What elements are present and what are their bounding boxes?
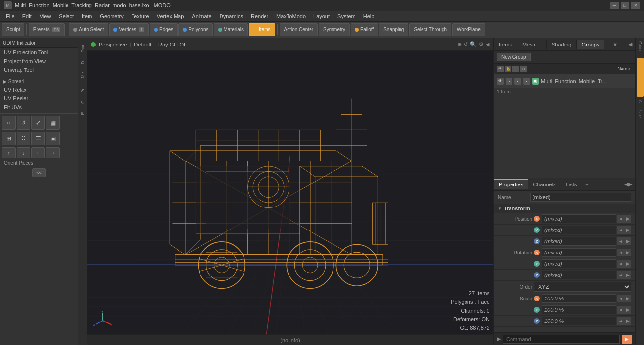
pos-x-next-btn[interactable]: ▶	[624, 215, 631, 223]
grid-icon[interactable]: ⊞	[2, 132, 16, 145]
rot-y-next-btn[interactable]: ▶	[624, 260, 631, 268]
rot-z-next-btn[interactable]: ▶	[624, 271, 631, 279]
side-strip-me[interactable]: Me...	[80, 67, 86, 80]
rot-z-prev-btn[interactable]: ◀	[617, 271, 624, 279]
scale-y-value[interactable]: 100.0 %	[542, 305, 616, 314]
dot-col-icon[interactable]: •	[512, 66, 519, 72]
viewport-ctrl-4[interactable]: ⚙	[479, 41, 484, 47]
spread-section[interactable]: ▶ Spread	[0, 78, 78, 85]
position-x-value[interactable]: (mixed)	[542, 214, 616, 223]
menu-system[interactable]: System	[333, 12, 359, 20]
menu-dynamics[interactable]: Dynamics	[216, 12, 247, 20]
workplane-button[interactable]: WorkPlane	[452, 23, 485, 36]
menu-select[interactable]: Select	[55, 12, 78, 20]
arrow-left-icon[interactable]: ←	[31, 147, 45, 158]
viewport-perspective-label[interactable]: Perspective	[99, 42, 127, 47]
groups-expand-icon[interactable]: ▼	[609, 40, 621, 49]
menu-animate[interactable]: Animate	[188, 12, 215, 20]
presets-button[interactable]: Presets F6	[29, 23, 65, 36]
scale-x-value[interactable]: 100.0 %	[542, 294, 616, 303]
side-strip-dim[interactable]: Dim...	[80, 39, 86, 55]
falloff-button[interactable]: Falloff	[351, 23, 378, 36]
group-dot-check[interactable]: •	[514, 78, 521, 85]
command-input[interactable]	[503, 335, 620, 344]
eye-col-icon[interactable]: 👁	[497, 66, 504, 72]
viewport-ctrl-2[interactable]: ↺	[464, 41, 468, 47]
menu-layout[interactable]: Layout	[310, 12, 333, 20]
menu-texture[interactable]: Texture	[128, 12, 153, 20]
position-z-value[interactable]: (mixed)	[542, 237, 616, 246]
minimize-button[interactable]: ─	[610, 2, 619, 9]
group-visibility-check[interactable]: 👁	[497, 78, 504, 85]
scale-y-prev-btn[interactable]: ◀	[617, 306, 624, 314]
viewport-default-label[interactable]: Default	[134, 42, 151, 47]
props-tab-add-button[interactable]: +	[582, 180, 591, 189]
lines-icon[interactable]: ☰	[31, 132, 45, 145]
auto-select-button[interactable]: Auto Select	[69, 23, 108, 36]
props-tab-channels[interactable]: Channels	[528, 180, 560, 189]
name-input[interactable]	[530, 193, 631, 202]
maximize-button[interactable]: □	[621, 2, 629, 9]
menu-file[interactable]: File	[2, 12, 19, 20]
move-icon[interactable]: ↔	[2, 116, 16, 130]
uv-relax[interactable]: UV Relax	[0, 85, 78, 94]
props-tab-lists[interactable]: Lists	[561, 180, 582, 189]
props-expand-icon[interactable]: ◀▶	[622, 179, 635, 189]
fit-uvs[interactable]: Fit UVs	[0, 103, 78, 112]
rotation-y-value[interactable]: (mixed)	[542, 259, 616, 268]
menu-item[interactable]: Item	[78, 12, 96, 20]
scale-z-value[interactable]: 100.0 %	[542, 317, 616, 325]
transform-section[interactable]: Transform	[494, 204, 635, 213]
scale-y-next-btn[interactable]: ▶	[624, 306, 631, 314]
pos-y-prev-btn[interactable]: ◀	[617, 226, 624, 234]
lock-col-icon[interactable]: 🔒	[505, 66, 511, 72]
side-strip-e[interactable]: E...	[80, 106, 86, 117]
tab-shading[interactable]: Shading	[547, 40, 577, 49]
panel-expand-button[interactable]: ◀	[625, 39, 635, 49]
vertices-button[interactable]: Vertices 1	[109, 23, 149, 36]
scale-x-next-btn[interactable]: ▶	[624, 295, 631, 302]
cmd-run-button[interactable]: ▶	[622, 335, 632, 344]
scale-z-prev-btn[interactable]: ◀	[617, 317, 624, 325]
action-center-button[interactable]: Action Center	[280, 23, 318, 36]
project-from-view[interactable]: Project from View	[0, 57, 78, 66]
pos-y-next-btn[interactable]: ▶	[624, 226, 631, 234]
close-button[interactable]: ✕	[631, 2, 640, 9]
scale-x-prev-btn[interactable]: ◀	[617, 295, 624, 302]
group-lock-check[interactable]: •	[506, 78, 512, 85]
rotation-x-value[interactable]: (mixed)	[542, 248, 616, 257]
sculpt-button[interactable]: Sculpt	[2, 23, 24, 36]
viewport-3d[interactable]: 27 Items Polygons : Face Channels: 0 Def…	[87, 51, 493, 345]
side-strip-d[interactable]: D...	[80, 55, 86, 66]
tab-groups[interactable]: Groups	[577, 40, 604, 49]
expand-button[interactable]: <<	[32, 168, 46, 177]
dots-icon[interactable]: ⠿	[17, 132, 30, 145]
new-group-button[interactable]: New Group	[497, 53, 531, 61]
pos-x-prev-btn[interactable]: ◀	[617, 215, 624, 223]
rot-x-next-btn[interactable]: ▶	[624, 249, 631, 256]
group-list-item[interactable]: 👁 • • • ▣ Multi_Function_Mobile_Tr...	[494, 74, 635, 88]
rot-y-prev-btn[interactable]: ◀	[617, 260, 624, 268]
rotate-icon[interactable]: ↺	[17, 116, 30, 130]
side-strip-pol[interactable]: Pol...	[80, 81, 86, 95]
group-ref-check[interactable]: •	[523, 78, 530, 85]
menu-edit[interactable]: Edit	[19, 12, 36, 20]
items-button[interactable]: Items	[249, 23, 275, 36]
arrow-down-icon[interactable]: ↓	[17, 147, 30, 158]
viewport-ctrl-3[interactable]: 🔍	[470, 41, 477, 47]
symmetry-button[interactable]: Symmetry	[319, 23, 350, 36]
right-strip-use[interactable]: Use...	[637, 108, 643, 124]
uv-peeler[interactable]: UV Peeler	[0, 94, 78, 103]
side-strip-c[interactable]: C...	[80, 95, 86, 106]
viewport-raygl-label[interactable]: Ray GL: Off	[158, 42, 187, 47]
rot-x-prev-btn[interactable]: ◀	[617, 249, 624, 256]
right-strip-a[interactable]: A...	[637, 98, 643, 109]
position-y-value[interactable]: (mixed)	[542, 226, 616, 234]
viewport-ctrl-1[interactable]: ⊕	[457, 41, 462, 47]
menu-vertexmap[interactable]: Vertex Map	[153, 12, 188, 20]
polygons-button[interactable]: Polygons	[178, 23, 213, 36]
menu-render[interactable]: Render	[247, 12, 272, 20]
right-strip-groups[interactable]: Grou...	[637, 39, 643, 57]
menu-maxtomodo[interactable]: MaxToModo	[272, 12, 310, 20]
pos-z-next-btn[interactable]: ▶	[624, 237, 631, 245]
